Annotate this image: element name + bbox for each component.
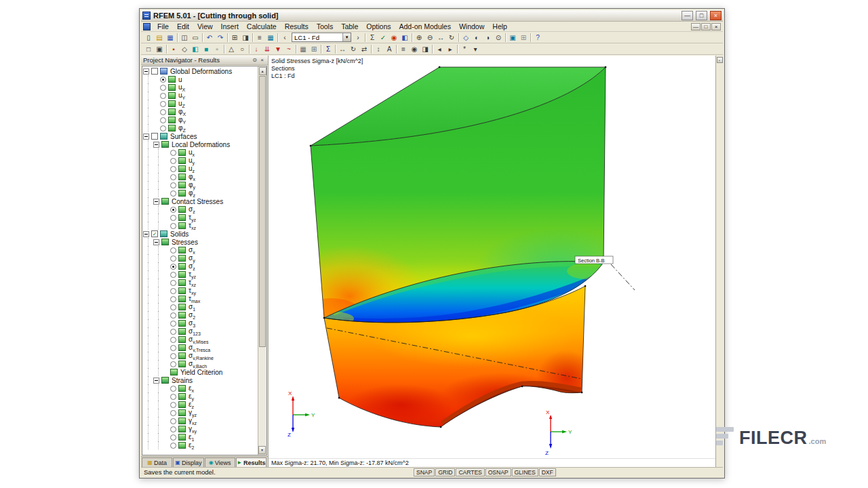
renumber-icon[interactable]: ≡ (254, 33, 265, 43)
tree-item-v-mises[interactable]: σv,Mises (143, 336, 257, 344)
zoom-in-icon[interactable]: ⊕ (414, 33, 425, 43)
menu-options[interactable]: Options (362, 22, 395, 31)
pin-icon[interactable]: ⊙ (251, 57, 258, 63)
menu-results[interactable]: Results (281, 22, 313, 31)
solid-icon[interactable]: ■ (201, 44, 212, 54)
tree-scrollbar[interactable]: ▴ ▾ (258, 66, 267, 455)
load-case-combo[interactable]: LC1 - Fd ▾ (292, 33, 351, 42)
tree-item-x[interactable]: εx (143, 384, 257, 392)
calculate-icon[interactable]: Σ (367, 33, 378, 43)
titlebar[interactable]: RFEM 5.01 - [Cutting through solid] — □ … (141, 10, 723, 22)
checkbox[interactable]: ✓ (151, 230, 158, 237)
mesh-settings-icon[interactable]: ⊞ (309, 44, 319, 54)
tree-item-y[interactable]: εy (143, 392, 257, 401)
toggle-dxf[interactable]: DXF (539, 468, 556, 476)
tree-item-surfaces[interactable]: Surfaces (143, 132, 257, 140)
tree-item-ux[interactable]: ux (143, 148, 257, 157)
radio-button[interactable] (160, 117, 166, 123)
radio-button[interactable] (170, 296, 176, 302)
help-icon[interactable]: ? (532, 33, 543, 43)
nodal-load-icon[interactable]: ↓ (251, 44, 262, 54)
radio-button[interactable] (170, 182, 176, 188)
calculate-all-icon[interactable]: Σ (323, 44, 334, 54)
panel-toggle-icon[interactable]: ◧ (399, 33, 410, 43)
menu-calculate[interactable]: Calculate (243, 22, 281, 31)
radio-button[interactable] (170, 443, 176, 449)
radio-button[interactable] (170, 150, 176, 156)
radio-button[interactable] (170, 256, 176, 262)
toggle-grid[interactable]: GRID (435, 468, 455, 476)
tree-item-3[interactable]: σ3 (143, 319, 257, 327)
tree-item-z[interactable]: σz (143, 205, 257, 214)
radio-button[interactable] (170, 321, 176, 327)
clipping-icon[interactable]: ◨ (420, 44, 431, 54)
tree-item-y[interactable]: φy (143, 181, 257, 189)
radio-button[interactable] (170, 386, 176, 392)
radio-button[interactable] (160, 109, 166, 115)
radio-button[interactable] (170, 418, 176, 424)
check-icon[interactable]: ✓ (378, 33, 389, 43)
toggle-osnap[interactable]: OSNAP (486, 468, 511, 476)
temperature-load-icon[interactable]: ~ (283, 44, 294, 54)
menu-view[interactable]: View (193, 22, 217, 31)
tab-data[interactable]: ▦Data (142, 458, 172, 467)
tree-item-z[interactable]: φz (143, 189, 257, 197)
tree-item-u[interactable]: u (143, 75, 257, 83)
menu-file[interactable]: File (153, 22, 173, 31)
close-button[interactable]: × (710, 11, 722, 20)
collapse-icon[interactable] (153, 199, 159, 205)
paste-icon[interactable]: ◨ (240, 33, 251, 43)
render-icon[interactable]: ▣ (507, 33, 518, 43)
view-iso-icon[interactable]: ◇ (460, 33, 471, 43)
menu-edit[interactable]: Edit (173, 22, 193, 31)
area-load-icon[interactable]: ▼ (273, 44, 283, 54)
tree-item-2[interactable]: ε2 (143, 441, 257, 449)
strip-button[interactable]: ▪ (717, 57, 723, 63)
scroll-up-icon[interactable]: ▴ (259, 67, 267, 75)
tab-views[interactable]: ◉Views (205, 458, 235, 467)
radio-button[interactable] (170, 272, 176, 278)
print-icon[interactable]: ◫ (179, 33, 190, 43)
tree-item-yz[interactable]: γyz (143, 409, 257, 417)
tab-display[interactable]: ▣Display (173, 458, 203, 467)
radio-button[interactable] (170, 223, 176, 229)
menu-add-on-modules[interactable]: Add-on Modules (395, 22, 454, 31)
open-icon[interactable]: ▤ (154, 33, 165, 43)
move-icon[interactable]: ↔ (337, 44, 348, 54)
view-z-icon[interactable]: ⊙ (493, 33, 504, 43)
tree-item-v-bach[interactable]: σv,Bach (143, 360, 257, 368)
tree-item-solids[interactable]: ✓Solids (143, 230, 257, 238)
radio-button[interactable] (160, 125, 166, 131)
menu-table[interactable]: Table (337, 22, 362, 31)
checkbox[interactable] (151, 133, 158, 140)
tree-item-ux[interactable]: uX (143, 83, 257, 92)
tree-item-z[interactable]: φZ (143, 124, 257, 132)
node-icon[interactable]: ▪ (168, 44, 179, 54)
results-toggle-icon[interactable]: ◉ (389, 33, 399, 43)
tree-item-yz[interactable]: τyz (143, 270, 257, 279)
radio-button[interactable] (160, 93, 166, 99)
radio-button[interactable] (170, 345, 176, 351)
redo-icon[interactable]: ↷ (215, 33, 226, 43)
mode-dropdown-icon[interactable]: ▾ (470, 44, 481, 54)
surface-icon[interactable]: ◧ (190, 44, 201, 54)
load-case-next-icon[interactable]: › (353, 33, 363, 43)
radio-button[interactable] (170, 190, 176, 197)
radio-button[interactable] (170, 280, 176, 286)
settings-icon[interactable]: * (459, 44, 470, 54)
radio-button[interactable] (170, 304, 176, 310)
radio-button[interactable] (170, 158, 176, 164)
navigator-header[interactable]: Project Navigator - Results ⊙ × (141, 56, 268, 65)
collapse-icon[interactable] (153, 239, 159, 245)
tree-item-stresses[interactable]: Stresses (143, 238, 257, 246)
tree-item-contact-stresses[interactable]: Contact Stresses (143, 197, 257, 205)
visibility-icon[interactable]: ◉ (409, 44, 420, 54)
tables-icon[interactable]: ▦ (265, 33, 276, 43)
radio-button[interactable] (170, 207, 176, 213)
text-icon[interactable]: A (384, 44, 395, 54)
checkbox[interactable] (151, 68, 158, 75)
mirror-icon[interactable]: ⇄ (359, 44, 370, 54)
radio-button[interactable] (160, 85, 166, 91)
toggle-cartes[interactable]: CARTES (456, 468, 484, 476)
tree-item-2[interactable]: σ2 (143, 311, 257, 319)
